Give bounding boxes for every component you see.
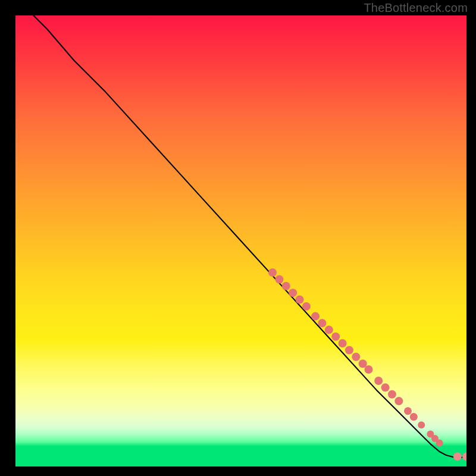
highlight-segment-3 xyxy=(374,377,403,405)
highlight-dot-5 xyxy=(418,421,425,428)
marker-dot xyxy=(311,312,320,321)
marker-dot xyxy=(453,452,462,461)
marker-dot xyxy=(296,296,304,304)
marker-dot xyxy=(462,452,466,461)
marker-dot xyxy=(410,413,418,421)
marker-dot xyxy=(331,333,340,341)
highlight-segment-2 xyxy=(311,312,372,374)
marker-dot xyxy=(268,268,277,277)
marker-dot xyxy=(318,319,326,327)
marker-dot xyxy=(275,275,283,283)
marker-dot xyxy=(345,346,353,354)
marker-dot xyxy=(381,383,390,392)
marker-dot xyxy=(325,325,333,334)
end-pair xyxy=(453,452,466,461)
marker-dot xyxy=(418,421,425,428)
marker-dot xyxy=(302,302,311,311)
marker-dot xyxy=(282,282,290,290)
marker-dot xyxy=(436,440,443,447)
highlight-segment-1 xyxy=(268,268,311,311)
chart-svg xyxy=(15,15,466,466)
marker-dot xyxy=(289,289,297,297)
marker-dot xyxy=(404,407,412,415)
marker-dot xyxy=(339,339,347,347)
chart-stage: TheBottleneck.com xyxy=(0,0,476,476)
marker-dot xyxy=(352,353,360,361)
marker-dot xyxy=(388,390,396,399)
highlight-markers xyxy=(268,268,466,461)
marker-dot xyxy=(359,359,367,368)
marker-dot xyxy=(394,397,403,405)
marker-dot xyxy=(365,365,373,374)
marker-dot xyxy=(374,377,383,385)
bottleneck-curve xyxy=(33,15,466,458)
watermark-text: TheBottleneck.com xyxy=(364,1,468,15)
highlight-segment-6 xyxy=(427,430,443,446)
